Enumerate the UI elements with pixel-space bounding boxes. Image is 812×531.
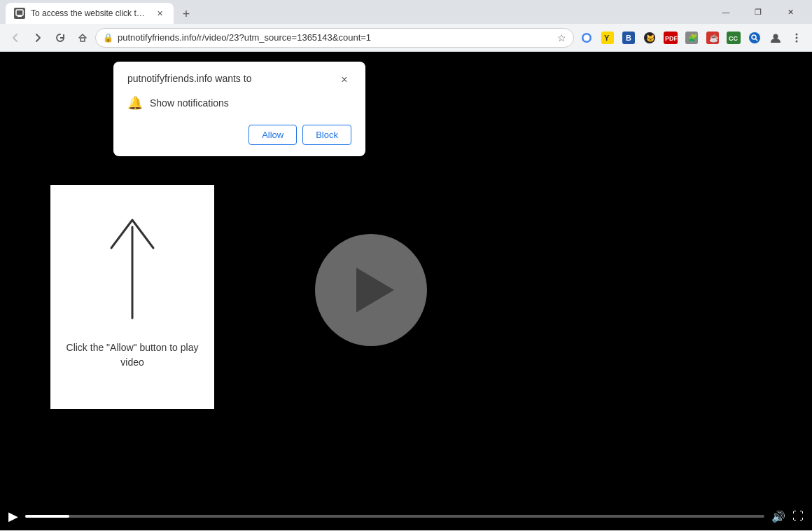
close-button[interactable]: ✕: [774, 0, 806, 24]
profile-button[interactable]: [766, 28, 785, 48]
arrow-up-icon: [90, 206, 174, 332]
svg-text:PDF: PDF: [665, 35, 678, 42]
toolbar-extensions: Y B 🐱 PDF 🧩 ☕ CC: [577, 28, 806, 48]
back-button[interactable]: [6, 28, 25, 48]
popup-close-button[interactable]: ×: [337, 73, 351, 87]
svg-point-22: [774, 34, 778, 39]
extension-cup-icon[interactable]: ☕: [703, 28, 722, 48]
tab-close-button[interactable]: ✕: [154, 8, 165, 19]
svg-point-24: [796, 36, 798, 39]
home-button[interactable]: [73, 28, 92, 48]
extension-cc-icon[interactable]: CC: [724, 28, 743, 48]
permission-text: Show notifications: [150, 97, 229, 109]
popup-title: putnotifyfriends.info wants to: [127, 73, 251, 84]
block-button[interactable]: Block: [302, 125, 351, 145]
video-controls-bar: ▶ 🔊 ⛶: [0, 502, 812, 530]
extension-search-icon[interactable]: [745, 28, 764, 48]
svg-text:B: B: [626, 34, 631, 42]
bookmark-star-icon[interactable]: ☆: [557, 32, 566, 43]
svg-point-19: [749, 32, 760, 43]
play-triangle-icon: [356, 268, 394, 312]
svg-rect-0: [16, 10, 23, 15]
notification-popup: putnotifyfriends.info wants to × 🔔 Show …: [113, 62, 365, 156]
new-tab-button[interactable]: +: [176, 4, 196, 24]
bell-icon: 🔔: [127, 95, 143, 111]
svg-text:☕: ☕: [709, 33, 719, 43]
lock-icon: 🔒: [103, 33, 113, 43]
extension-y-icon[interactable]: Y: [598, 28, 617, 48]
tab-favicon: [14, 8, 25, 19]
titlebar-tabs: To access the website click the "A ✕ +: [6, 0, 710, 24]
svg-rect-2: [80, 38, 85, 41]
svg-point-4: [584, 34, 590, 41]
allow-button[interactable]: Allow: [248, 125, 297, 145]
active-tab[interactable]: To access the website click the "A ✕: [6, 3, 174, 24]
extension-cat-icon[interactable]: 🐱: [640, 28, 659, 48]
extension-b-icon[interactable]: B: [619, 28, 638, 48]
address-bar[interactable]: 🔒 putnotifyfriends.info/r/video/23?utm_s…: [95, 28, 574, 48]
svg-text:🐱: 🐱: [646, 34, 655, 43]
volume-button[interactable]: 🔊: [771, 510, 785, 523]
google-search-icon[interactable]: [577, 28, 596, 48]
svg-point-23: [796, 33, 798, 35]
extension-pdf-icon[interactable]: PDF: [661, 28, 680, 48]
svg-point-25: [796, 40, 798, 42]
popup-buttons: Allow Block: [127, 125, 351, 145]
minimize-button[interactable]: —: [710, 0, 742, 24]
card-instruction-text: Click the "Allow" button to play video: [50, 332, 214, 370]
browser-toolbar: 🔒 putnotifyfriends.info/r/video/23?utm_s…: [0, 24, 812, 52]
svg-text:Y: Y: [604, 34, 610, 42]
popup-permission-row: 🔔 Show notifications: [127, 95, 351, 111]
svg-text:🧩: 🧩: [688, 33, 698, 43]
progress-fill: [25, 515, 69, 518]
tab-title: To access the website click the "A: [31, 8, 148, 18]
window-controls: — ❐ ✕: [710, 0, 806, 24]
play-button[interactable]: [315, 234, 427, 346]
progress-bar[interactable]: [25, 515, 764, 518]
extension-puzzle-icon[interactable]: 🧩: [682, 28, 701, 48]
svg-rect-1: [18, 15, 22, 17]
titlebar: To access the website click the "A ✕ + —…: [0, 0, 812, 24]
url-text: putnotifyfriends.info/r/video/23?utm_sou…: [118, 32, 553, 43]
fullscreen-button[interactable]: ⛶: [792, 510, 804, 523]
more-options-button[interactable]: [787, 28, 806, 48]
maximize-button[interactable]: ❐: [742, 0, 774, 24]
reload-button[interactable]: [50, 28, 70, 48]
popup-header: putnotifyfriends.info wants to ×: [127, 73, 351, 87]
video-play-button[interactable]: ▶: [8, 509, 18, 524]
forward-button[interactable]: [28, 28, 48, 48]
svg-text:CC: CC: [729, 35, 738, 42]
allow-card: Click the "Allow" button to play video: [50, 185, 214, 409]
